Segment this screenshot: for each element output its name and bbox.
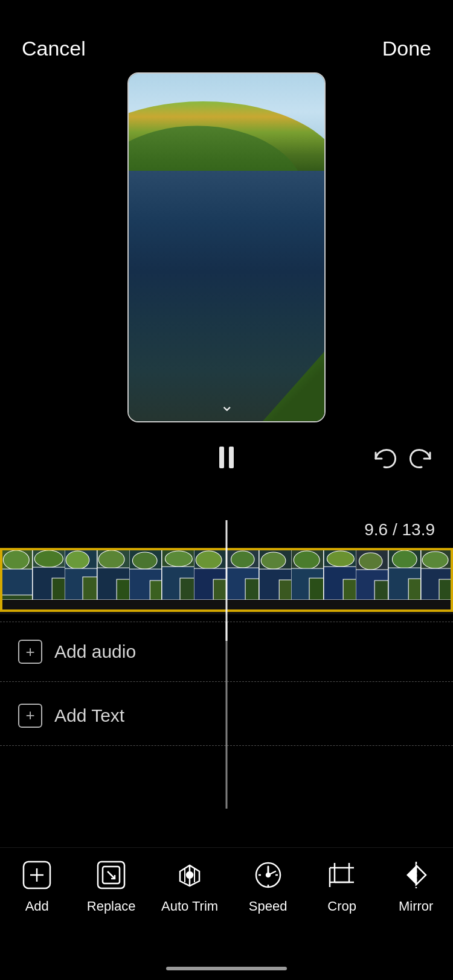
frame-cell [291,548,324,600]
svg-rect-3 [0,595,33,600]
frame-cell [421,548,453,600]
svg-marker-75 [416,865,426,885]
replace-tool-label: Replace [87,899,136,914]
speed-tool-label: Speed [249,899,288,914]
water-layer [129,171,324,421]
undo-icon [371,444,397,471]
redo-button[interactable] [408,444,435,471]
pause-bar-right [229,447,234,468]
tool-add[interactable]: Add [13,858,61,914]
svg-rect-27 [214,579,226,600]
add-audio-icon: + [18,640,42,664]
timeline-border-right [451,548,453,612]
speed-tool-icon [251,858,286,892]
tool-crop[interactable]: Crop [318,858,366,914]
add-text-label: Add Text [54,705,124,726]
frame-cell [226,548,259,600]
svg-point-17 [133,552,158,569]
svg-rect-23 [180,578,194,600]
done-button[interactable]: Done [382,37,431,60]
tool-speed[interactable]: Speed [244,858,292,914]
svg-marker-74 [406,865,416,885]
svg-point-21 [165,551,192,567]
auto-trim-tool-icon [172,858,207,892]
frame-cell [33,548,65,600]
svg-rect-51 [408,579,420,600]
bottom-toolbar: Add Replace Auto Trim [0,847,453,944]
plus-icon: + [25,643,34,661]
svg-point-53 [422,552,448,568]
svg-point-9 [66,551,89,569]
svg-rect-19 [150,581,162,600]
plus-icon: + [25,706,34,725]
playhead [226,520,228,641]
frame-cell [259,548,292,600]
add-audio-label: Add audio [54,641,136,662]
svg-rect-7 [52,578,65,600]
pause-icon [219,447,234,468]
svg-rect-15 [117,579,129,600]
svg-rect-47 [374,581,388,600]
redo-icon [408,444,435,471]
mirror-tool-icon [399,858,434,892]
frame-cell [0,548,33,600]
svg-point-13 [98,550,124,568]
svg-point-29 [231,551,255,568]
video-frame: ⌄ [129,74,324,421]
home-indicator [166,967,287,970]
frame-cell [324,548,356,600]
svg-rect-31 [245,579,259,600]
cancel-button[interactable]: Cancel [22,37,86,60]
pause-bar-left [219,447,224,468]
tool-auto-trim[interactable]: Auto Trim [161,858,218,914]
svg-point-45 [359,553,383,570]
svg-rect-35 [279,580,291,600]
undo-redo-controls [371,433,435,482]
timeline-border-left [0,548,2,612]
svg-line-61 [108,871,115,879]
auto-trim-tool-label: Auto Trim [161,899,218,914]
header: Cancel Done [0,0,453,72]
chevron-down-icon: ⌄ [220,395,234,415]
frame-cell [194,548,226,600]
tool-mirror[interactable]: Mirror [392,858,440,914]
svg-rect-43 [343,579,356,600]
crop-tool-icon [324,858,359,892]
svg-point-49 [392,550,417,568]
svg-point-37 [294,551,320,569]
svg-point-25 [196,551,222,569]
svg-rect-11 [83,577,97,600]
add-tool-icon [19,858,54,892]
add-tool-label: Add [25,899,49,914]
frame-cell [356,548,388,600]
svg-point-63 [187,872,193,878]
svg-point-1 [3,550,29,570]
svg-point-41 [327,551,354,567]
frame-cell [388,548,421,600]
frame-cell [97,548,130,600]
timecode-label: 9.6 / 13.9 [364,520,435,539]
svg-point-65 [266,873,270,877]
svg-point-5 [34,550,63,567]
replace-tool-icon [94,858,129,892]
crop-tool-label: Crop [327,899,356,914]
add-text-icon: + [18,704,42,728]
video-preview: ⌄ [127,72,326,422]
svg-point-33 [261,552,286,569]
playhead-line-extension [226,622,228,809]
pause-button[interactable] [219,447,234,468]
frame-cell [162,548,194,600]
frame-cell [65,548,97,600]
mirror-tool-label: Mirror [399,899,433,914]
frame-cell [129,548,162,600]
undo-button[interactable] [371,444,397,471]
tool-replace[interactable]: Replace [87,858,136,914]
svg-rect-39 [309,578,324,600]
